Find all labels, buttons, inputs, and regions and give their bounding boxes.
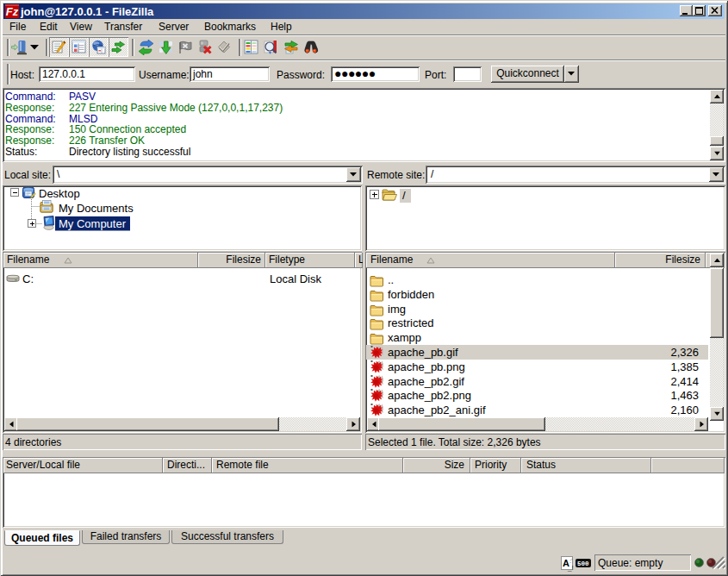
svg-text:My Computer: My Computer: [59, 217, 127, 230]
svg-text:Desktop: Desktop: [39, 187, 80, 200]
svg-text:/: /: [402, 189, 406, 202]
svg-text:Fz: Fz: [6, 5, 19, 18]
svg-text:My Documents: My Documents: [59, 202, 134, 215]
